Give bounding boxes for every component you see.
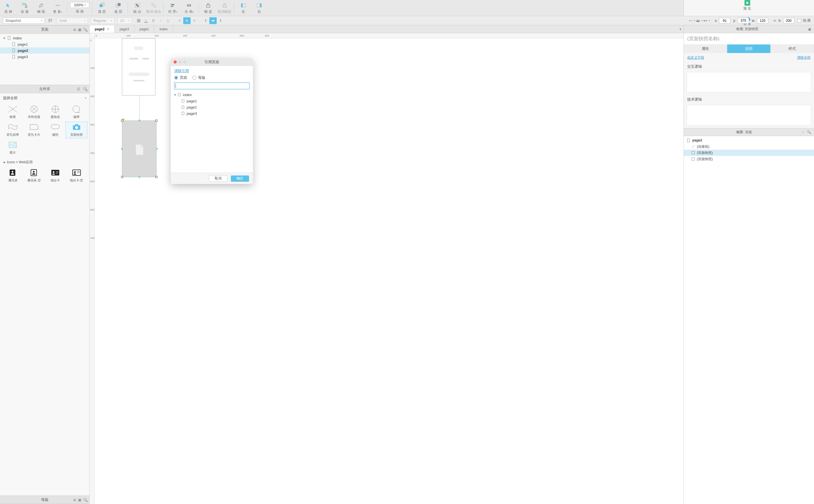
line-style-icon[interactable]: ▾ <box>688 17 695 24</box>
align-left-icon[interactable]: ≡ <box>176 17 183 24</box>
valign-top-icon[interactable]: ⬆ <box>202 17 209 24</box>
outline-item-snapshot1[interactable]: (页面快照) <box>684 150 814 156</box>
icon-addrbook[interactable]: 通讯录 <box>2 168 24 184</box>
ok-button[interactable]: 确定 <box>231 175 249 182</box>
inspector-expand-icon[interactable]: ▣ <box>808 27 811 31</box>
align-right-icon[interactable]: ≡ <box>191 17 198 24</box>
h-input[interactable] <box>783 18 794 24</box>
preview-button[interactable]: 预 览 <box>743 0 751 11</box>
lib-search-icon[interactable]: 🔍 <box>83 87 88 91</box>
library-category[interactable]: ▾Icons > Web应用 <box>0 158 89 166</box>
valign-mid-icon[interactable]: ⬌ <box>209 17 217 24</box>
snapshot-widget-top[interactable] <box>122 38 155 96</box>
w-input[interactable] <box>757 18 768 24</box>
dlg-tree-page2[interactable]: page2 <box>174 104 249 110</box>
underline-icon[interactable]: U <box>164 17 172 24</box>
outline-item-snapshot2[interactable]: (页面快照) <box>684 156 814 162</box>
lock-ratio-icon[interactable]: ⇔ <box>771 17 779 24</box>
tab-notes[interactable]: 说明 <box>727 45 771 53</box>
unlock-button[interactable]: 取消锁定 <box>216 0 233 16</box>
close-icon[interactable] <box>174 60 177 63</box>
add-master-icon[interactable]: ⊕ <box>73 498 76 502</box>
dlg-tree-root[interactable]: ▾index <box>174 92 249 98</box>
valign-bot-icon[interactable]: ⬇ <box>217 17 224 24</box>
bold-icon[interactable]: B <box>150 17 157 24</box>
widget-name-field[interactable]: (页面快照名称) <box>684 33 814 45</box>
bring-front-button[interactable]: 顶 层 <box>94 0 110 16</box>
group-button[interactable]: 组 合 <box>129 0 145 16</box>
cancel-button[interactable]: 取消 <box>209 175 227 182</box>
pen-tool[interactable]: 钢 笔 <box>33 0 49 16</box>
tab-style[interactable]: 样式 <box>771 45 814 53</box>
shape-check[interactable]: 检查 <box>2 104 24 120</box>
shape-punchtape[interactable]: 穿孔纸带 <box>2 122 24 138</box>
add-folder-icon[interactable]: ▣ <box>78 27 81 32</box>
dialog-titlebar[interactable]: 引用页面 <box>171 58 253 66</box>
connect-tool[interactable]: 连 接 <box>16 0 33 16</box>
tree-item-page3[interactable]: page3 <box>0 54 89 60</box>
dock-left-button[interactable]: 左 <box>235 0 251 16</box>
outline-filter-icon[interactable]: ♢ <box>802 130 805 134</box>
distribute-button[interactable]: 分 布▾ <box>181 0 197 16</box>
shape-snapshot[interactable]: 页面快照 <box>66 122 87 138</box>
tab-page3[interactable]: page3 <box>115 25 134 33</box>
shape-keying[interactable]: 键控 <box>45 122 66 138</box>
search-masters-icon[interactable]: 🔍 <box>83 498 88 502</box>
library-select[interactable]: 选择全部▾ <box>0 93 89 103</box>
tab-nav-caret[interactable]: ▾ <box>677 25 684 33</box>
shape-tape[interactable]: 磁带 <box>66 104 87 120</box>
tab-page1[interactable]: page1 <box>134 25 154 33</box>
tree-root[interactable]: ▾index <box>0 35 89 41</box>
dock-right-button[interactable]: 右 <box>251 0 267 16</box>
add-page-icon[interactable]: ⊕ <box>73 27 76 32</box>
shape-logicor[interactable]: 逻辑或 <box>45 104 66 120</box>
weight-select[interactable]: Regular▾ <box>91 18 115 24</box>
clear-all-link[interactable]: 清除全部 <box>797 55 811 60</box>
dialog-search-input[interactable] <box>174 82 249 89</box>
radio-page[interactable]: 页面 <box>174 75 187 80</box>
italic-icon[interactable]: I <box>157 17 164 24</box>
fill-color-icon[interactable] <box>135 17 142 24</box>
lib-menu-icon[interactable]: ☰ <box>77 87 80 91</box>
shape-sumconnect[interactable]: 求和连接 <box>24 104 45 120</box>
more-tool[interactable]: 更 多▾ <box>49 0 66 16</box>
zoom-control[interactable]: 100%▾ 缩 放 <box>68 0 91 16</box>
dlg-tree-page3[interactable]: page3 <box>174 110 249 117</box>
arrow-style-icon[interactable]: ▾ <box>703 17 710 24</box>
radio-master[interactable]: 母版 <box>192 75 205 80</box>
lock-button[interactable]: 锁 定 <box>200 0 216 16</box>
outline-item-connector[interactable]: (连接线) <box>684 143 814 150</box>
shape-image[interactable]: 图片 <box>2 140 24 156</box>
x-input[interactable] <box>719 18 730 24</box>
tab-index[interactable]: index <box>154 25 173 33</box>
align-center-icon[interactable]: ≡ <box>183 17 191 24</box>
snapshot-widget-selected[interactable]: ✕ ✕ ✕ ✕ <box>122 120 156 177</box>
dlg-tree-page1[interactable]: page1 <box>174 98 249 104</box>
tech-box[interactable] <box>687 105 811 125</box>
tab-page2[interactable]: page2✕ <box>90 25 115 33</box>
outline-search-icon[interactable]: 🔍 <box>807 130 811 134</box>
apply-style-icon[interactable] <box>46 17 54 24</box>
clear-reference-link[interactable]: 清除引用 <box>174 68 249 73</box>
shape-punchcard[interactable]: 穿孔卡片 <box>24 122 45 138</box>
select-tool[interactable]: 选 择 <box>0 0 16 16</box>
text-color-icon[interactable]: A <box>142 17 150 24</box>
close-tab-icon[interactable]: ✕ <box>107 27 109 31</box>
icon-addrcard[interactable]: 地址卡 <box>45 168 66 184</box>
interaction-box[interactable] <box>687 72 811 92</box>
ungroup-button[interactable]: 取消 组合 <box>145 0 162 16</box>
custom-fields-link[interactable]: 自定义字段 <box>687 55 704 60</box>
send-back-button[interactable]: 底 层 <box>110 0 126 16</box>
fontsize-select[interactable]: 13▾ <box>117 18 132 24</box>
style-select[interactable]: Snapshot▾ <box>3 18 45 24</box>
line-weight-icon[interactable]: ▾ <box>695 17 703 24</box>
outline-root[interactable]: page2 <box>684 137 814 143</box>
align-button[interactable]: 对 齐▾ <box>164 0 181 16</box>
tree-item-page2[interactable]: page2 <box>0 47 89 54</box>
icon-addrbook-empty[interactable]: 通讯录-空 <box>24 168 45 184</box>
add-master-folder-icon[interactable]: ▣ <box>78 498 81 502</box>
tab-properties[interactable]: 属性 <box>684 45 727 53</box>
search-pages-icon[interactable]: 🔍 <box>83 27 88 32</box>
tree-item-page1[interactable]: page1 <box>0 41 89 47</box>
hide-checkbox[interactable]: 隐 藏 <box>797 18 811 23</box>
